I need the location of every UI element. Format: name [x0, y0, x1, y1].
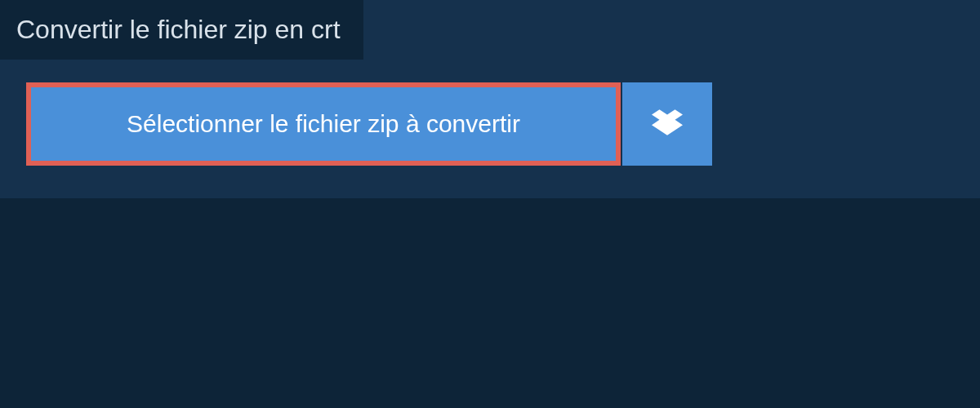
title-text: Convertir le fichier zip en crt	[16, 15, 341, 44]
dropbox-button[interactable]	[622, 82, 712, 166]
button-row: Sélectionner le fichier zip à convertir	[26, 82, 712, 166]
converter-panel: Convertir le fichier zip en crt Sélectio…	[0, 0, 980, 198]
select-file-label: Sélectionner le fichier zip à convertir	[127, 110, 520, 137]
select-file-button[interactable]: Sélectionner le fichier zip à convertir	[26, 82, 621, 166]
page-title: Convertir le fichier zip en crt	[0, 0, 363, 60]
dropbox-icon	[652, 107, 683, 141]
